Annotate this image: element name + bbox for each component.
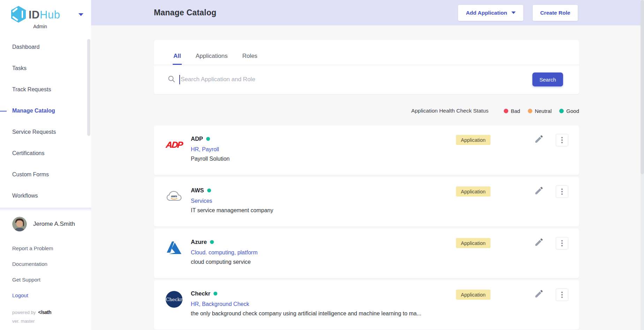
aws-logo: aws <box>166 188 182 205</box>
bad-status-dot-icon <box>504 109 508 113</box>
page-header: Manage Catalog Add Application Create Ro… <box>91 0 644 25</box>
app-info: ADP HR, Payroll Payroll Solution <box>191 136 230 175</box>
brand-subtitle: Admin <box>28 24 52 29</box>
page-scrollbar-track[interactable] <box>641 0 644 330</box>
search-input[interactable] <box>181 76 532 83</box>
app-category-link[interactable]: HR, Payroll <box>191 146 230 153</box>
app-info: Checkr HR, Background Check the only bac… <box>191 290 421 330</box>
health-status-dot-icon <box>210 240 214 244</box>
search-icon <box>168 75 175 84</box>
health-legend: Application Health Check Status Bad Neut… <box>154 107 579 115</box>
tab-roles[interactable]: Roles <box>241 53 258 65</box>
health-legend-label: Application Health Check Status <box>411 108 488 114</box>
idhub-hexagon-logo-icon <box>10 6 27 24</box>
app-name: AWS <box>191 187 204 194</box>
content-column: All Applications Roles Search <box>91 25 644 330</box>
catalog-row-aws: aws AWS Services IT service management c… <box>154 177 579 227</box>
sidebar-item-tasks[interactable]: Tasks <box>0 57 91 79</box>
application-type-badge: Application <box>456 186 491 197</box>
sidebar-item-workflows[interactable]: Workflows <box>0 185 91 206</box>
adp-logo: ADP <box>166 136 182 153</box>
sidebar: IDHub Admin Dashboard Tasks Track Reques… <box>0 0 91 330</box>
checkr-logo: Checkr <box>166 291 182 308</box>
app-info: Azure Cloud. computing, platform cloud c… <box>191 239 257 278</box>
catalog-row-checkr: Checkr Checkr HR, Background Check the o… <box>154 280 579 330</box>
legend-item-neutral: Neutral <box>528 108 552 114</box>
tab-all[interactable]: All <box>173 53 182 65</box>
sidebar-item-certifications[interactable]: Certifications <box>0 143 91 164</box>
tabs: All Applications Roles <box>154 40 579 65</box>
main-area: Manage Catalog Add Application Create Ro… <box>91 0 644 330</box>
row-menu-button[interactable] <box>556 185 568 198</box>
edit-button[interactable] <box>533 237 545 248</box>
documentation-link[interactable]: Documentation <box>0 256 91 272</box>
neutral-status-dot-icon <box>528 109 532 113</box>
search-button[interactable]: Search <box>532 72 563 86</box>
powered-by: powered by </sath <box>0 303 91 315</box>
app-info: AWS Services IT service management compa… <box>191 187 273 227</box>
brand-wordmark: IDHub <box>29 9 60 21</box>
text-cursor <box>179 75 180 84</box>
chevron-down-icon <box>511 11 516 14</box>
sidebar-divider <box>0 208 91 211</box>
health-status-dot-icon <box>214 292 217 296</box>
sidebar-item-manage-catalog[interactable]: Manage Catalog <box>0 100 91 121</box>
search-bar: Search <box>154 65 579 94</box>
row-menu-button[interactable] <box>556 134 568 146</box>
catalog-row-adp: ADP ADP HR, Payroll Payroll Solution App… <box>154 125 579 175</box>
svg-text:aws: aws <box>171 194 177 198</box>
legend-item-bad: Bad <box>504 108 520 114</box>
app-name: Azure <box>191 239 207 245</box>
edit-button[interactable] <box>533 134 545 145</box>
application-type-badge: Application <box>456 135 491 145</box>
brand-dropdown-caret-icon[interactable] <box>78 13 83 16</box>
catalog-row-azure: Azure Cloud. computing, platform cloud c… <box>154 229 579 278</box>
add-application-button[interactable]: Add Application <box>458 5 523 21</box>
app-name: ADP <box>191 136 203 142</box>
logout-link[interactable]: Logout <box>0 287 91 303</box>
sidebar-links: Report a Problem Documentation Get Suppo… <box>0 240 91 303</box>
app-description: the only background check company using … <box>191 310 421 317</box>
sidebar-item-custom-forms[interactable]: Custom Forms <box>0 164 91 185</box>
health-status-dot-icon <box>207 189 211 192</box>
application-type-badge: Application <box>456 290 491 300</box>
sidebar-item-dashboard[interactable]: Dashboard <box>0 36 91 57</box>
sidebar-item-track-requests[interactable]: Track Requests <box>0 79 91 100</box>
tab-applications[interactable]: Applications <box>195 53 229 65</box>
application-type-badge: Application <box>456 238 491 248</box>
app-screen: IDHub Admin Dashboard Tasks Track Reques… <box>0 0 644 330</box>
app-description: Payroll Solution <box>191 156 230 162</box>
avatar <box>12 217 27 231</box>
brand-block: IDHub Admin <box>0 0 91 31</box>
report-a-problem-link[interactable]: Report a Problem <box>0 240 91 256</box>
azure-logo <box>166 239 182 256</box>
search-card: All Applications Roles Search <box>154 40 579 94</box>
health-status-dot-icon <box>206 137 210 141</box>
good-status-dot-icon <box>559 109 564 113</box>
sidebar-item-service-requests[interactable]: Service Requests <box>0 121 91 143</box>
page-title: Manage Catalog <box>154 8 216 17</box>
edit-button[interactable] <box>533 289 545 300</box>
user-name: Jerome A.Smith <box>33 221 75 228</box>
get-support-link[interactable]: Get Support <box>0 272 91 287</box>
app-category-link[interactable]: Cloud. computing, platform <box>191 250 257 256</box>
page-scrollbar-thumb[interactable] <box>641 0 644 174</box>
app-name: Checkr <box>191 290 210 297</box>
sidebar-nav: Dashboard Tasks Track Requests Manage Ca… <box>0 36 91 206</box>
row-menu-button[interactable] <box>556 237 568 250</box>
app-category-link[interactable]: HR, Background Check <box>191 301 421 307</box>
version-label: ver. master <box>0 315 91 324</box>
edit-button[interactable] <box>533 185 545 197</box>
legend-item-good: Good <box>559 108 579 114</box>
user-profile[interactable]: Jerome A.Smith <box>0 211 91 231</box>
app-description: cloud computing service <box>191 259 257 265</box>
app-category-link[interactable]: Services <box>191 198 273 204</box>
active-item-dash <box>0 111 7 112</box>
sath-logo: </sath <box>38 309 51 315</box>
sidebar-scrollbar[interactable] <box>87 39 90 136</box>
create-role-button[interactable]: Create Role <box>533 5 578 21</box>
row-menu-button[interactable] <box>556 289 568 301</box>
app-description: IT service management company <box>191 207 273 214</box>
